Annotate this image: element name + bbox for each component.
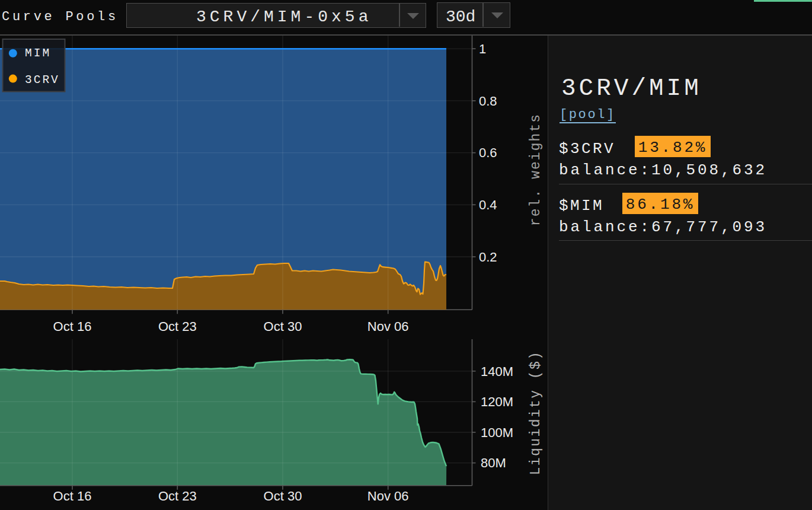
svg-text:140M: 140M [481,364,513,379]
svg-text:3CRV: 3CRV [25,74,60,87]
svg-text:Liquidity ($): Liquidity ($) [528,350,544,476]
svg-text:rel. weights: rel. weights [528,113,544,226]
svg-text:80M: 80M [481,455,506,470]
svg-text:120M: 120M [481,394,513,409]
svg-text:0.8: 0.8 [479,94,497,109]
svg-text:Oct 16: Oct 16 [53,319,92,334]
svg-text:Nov 06: Nov 06 [367,319,409,334]
svg-text:MIM: MIM [25,47,51,60]
svg-text:0.6: 0.6 [479,145,497,160]
svg-text:Oct 16: Oct 16 [53,489,92,503]
svg-text:Oct 23: Oct 23 [158,319,197,334]
svg-text:Oct 23: Oct 23 [158,489,197,503]
svg-text:0.2: 0.2 [479,250,497,264]
svg-text:100M: 100M [481,425,513,440]
svg-text:Nov 06: Nov 06 [367,489,409,503]
svg-text:Oct 30: Oct 30 [264,319,302,334]
svg-text:1: 1 [479,42,486,56]
svg-text:0.4: 0.4 [479,197,497,212]
svg-text:Oct 30: Oct 30 [264,489,302,503]
